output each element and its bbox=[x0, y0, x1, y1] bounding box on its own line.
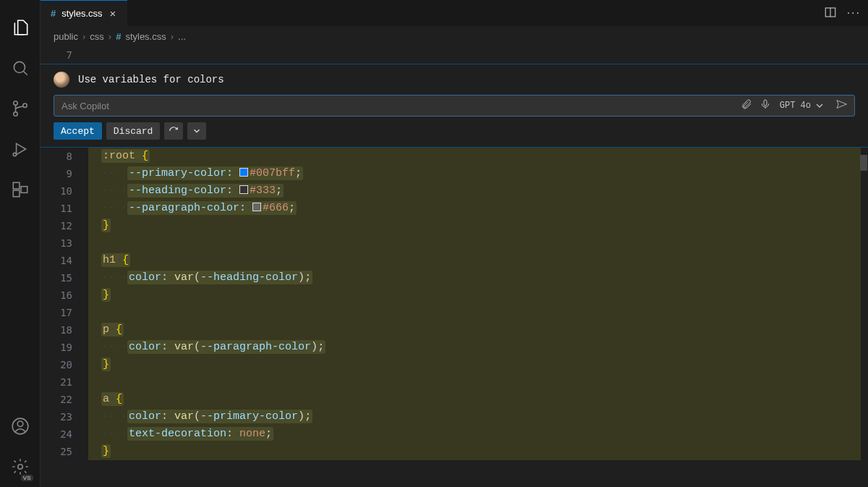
code-editor[interactable]: 7 Use variables for colors bbox=[41, 46, 868, 487]
accept-button[interactable]: Accept bbox=[54, 122, 102, 140]
avatar bbox=[54, 72, 69, 88]
code-line[interactable]: p·{ bbox=[88, 321, 861, 339]
css-file-icon: # bbox=[116, 31, 121, 42]
search-icon[interactable] bbox=[0, 48, 41, 88]
chevron-right-icon: › bbox=[82, 31, 85, 42]
breadcrumb-file[interactable]: styles.css bbox=[125, 31, 166, 42]
svg-rect-8 bbox=[13, 190, 20, 197]
tab-bar: # styles.css × ··· bbox=[41, 0, 868, 26]
close-icon[interactable]: × bbox=[109, 7, 118, 20]
svg-point-2 bbox=[13, 101, 17, 105]
breadcrumb[interactable]: public › css › # styles.css › ... bbox=[41, 26, 868, 46]
code-line[interactable] bbox=[88, 304, 861, 321]
css-file-icon: # bbox=[51, 8, 56, 19]
copilot-inline-panel: Use variables for colors GPT 4o bbox=[41, 64, 868, 148]
svg-rect-7 bbox=[13, 182, 20, 189]
breadcrumb-segment[interactable]: public bbox=[54, 31, 78, 42]
line-number: 16 bbox=[41, 287, 88, 304]
tab-label: styles.css bbox=[61, 8, 102, 19]
regenerate-button[interactable] bbox=[164, 122, 183, 140]
activity-bar: VS bbox=[0, 0, 41, 487]
settings-icon[interactable]: VS bbox=[0, 446, 41, 487]
svg-rect-15 bbox=[764, 100, 767, 106]
attachment-icon[interactable] bbox=[741, 98, 752, 114]
svg-point-11 bbox=[17, 421, 23, 427]
line-number: 14 bbox=[41, 252, 88, 269]
line-number: 21 bbox=[41, 373, 88, 391]
svg-point-12 bbox=[17, 465, 22, 470]
line-number: 13 bbox=[41, 234, 88, 252]
line-number: 11 bbox=[41, 200, 88, 217]
vertical-scrollbar[interactable] bbox=[858, 46, 868, 487]
explorer-icon[interactable] bbox=[0, 7, 41, 48]
svg-point-4 bbox=[22, 103, 26, 107]
more-options-button[interactable] bbox=[187, 122, 206, 140]
copilot-prompt-text: Use variables for colors bbox=[78, 74, 224, 85]
model-selector[interactable]: GPT 4o bbox=[780, 100, 825, 111]
more-actions-icon[interactable]: ··· bbox=[847, 7, 861, 20]
line-number: 7 bbox=[41, 46, 88, 64]
line-number: 17 bbox=[41, 304, 88, 321]
code-line[interactable]: } bbox=[88, 287, 861, 304]
code-line[interactable]: ····text-decoration:·none; bbox=[88, 425, 861, 443]
color-swatch[interactable] bbox=[239, 168, 248, 177]
line-number: 18 bbox=[41, 321, 88, 339]
code-line[interactable]: ····color:·var(--paragraph-color); bbox=[88, 339, 861, 356]
copilot-input[interactable] bbox=[61, 101, 733, 111]
code-line[interactable]: } bbox=[88, 356, 861, 373]
account-icon[interactable] bbox=[0, 406, 41, 446]
color-swatch[interactable] bbox=[239, 185, 248, 194]
code-line[interactable]: ····color:·var(--primary-color); bbox=[88, 408, 861, 425]
code-line[interactable]: ····--primary-color:·#007bff; bbox=[88, 165, 861, 182]
chevron-down-icon bbox=[814, 100, 825, 111]
extensions-icon[interactable] bbox=[0, 169, 41, 210]
line-number: 15 bbox=[41, 269, 88, 287]
color-swatch[interactable] bbox=[252, 203, 261, 211]
code-line[interactable] bbox=[88, 234, 861, 252]
breadcrumb-segment[interactable]: css bbox=[90, 31, 104, 42]
code-line[interactable]: ····--paragraph-color:·#666; bbox=[88, 200, 861, 217]
chevron-right-icon: › bbox=[109, 31, 111, 42]
chevron-right-icon: › bbox=[171, 31, 174, 42]
svg-line-1 bbox=[23, 71, 27, 75]
line-number: 22 bbox=[41, 391, 88, 408]
svg-rect-9 bbox=[21, 187, 27, 193]
svg-point-0 bbox=[14, 62, 25, 72]
split-editor-icon[interactable] bbox=[824, 6, 837, 21]
line-number: 20 bbox=[41, 356, 88, 373]
line-number: 9 bbox=[41, 165, 88, 182]
svg-point-3 bbox=[13, 112, 17, 116]
microphone-icon[interactable] bbox=[760, 98, 771, 114]
line-number: 10 bbox=[41, 182, 88, 200]
code-line[interactable]: ····color:·var(--heading-color); bbox=[88, 269, 861, 287]
code-line[interactable]: h1·{ bbox=[88, 252, 861, 269]
line-number: 24 bbox=[41, 425, 88, 443]
svg-marker-5 bbox=[16, 143, 25, 154]
tab-styles-css[interactable]: # styles.css × bbox=[41, 0, 127, 26]
svg-marker-16 bbox=[837, 100, 846, 108]
source-control-icon[interactable] bbox=[0, 88, 41, 129]
run-debug-icon[interactable] bbox=[0, 129, 41, 169]
code-line[interactable]: } bbox=[88, 217, 861, 234]
discard-button[interactable]: Discard bbox=[106, 122, 161, 140]
copilot-input-box: GPT 4o bbox=[54, 95, 855, 117]
code-line[interactable]: } bbox=[88, 443, 861, 460]
line-number: 25 bbox=[41, 443, 88, 460]
line-number: 23 bbox=[41, 408, 88, 425]
line-number: 8 bbox=[41, 148, 88, 165]
line-number: 19 bbox=[41, 339, 88, 356]
code-line[interactable]: ····--heading-color:·#333; bbox=[88, 182, 861, 200]
code-line[interactable]: a·{ bbox=[88, 391, 861, 408]
svg-point-6 bbox=[13, 153, 16, 156]
code-line[interactable]: :root { bbox=[88, 148, 861, 165]
code-line[interactable] bbox=[88, 373, 861, 391]
scrollbar-thumb[interactable] bbox=[860, 155, 867, 171]
breadcrumb-trail[interactable]: ... bbox=[178, 31, 186, 42]
send-icon[interactable] bbox=[835, 98, 847, 114]
line-number: 12 bbox=[41, 217, 88, 234]
